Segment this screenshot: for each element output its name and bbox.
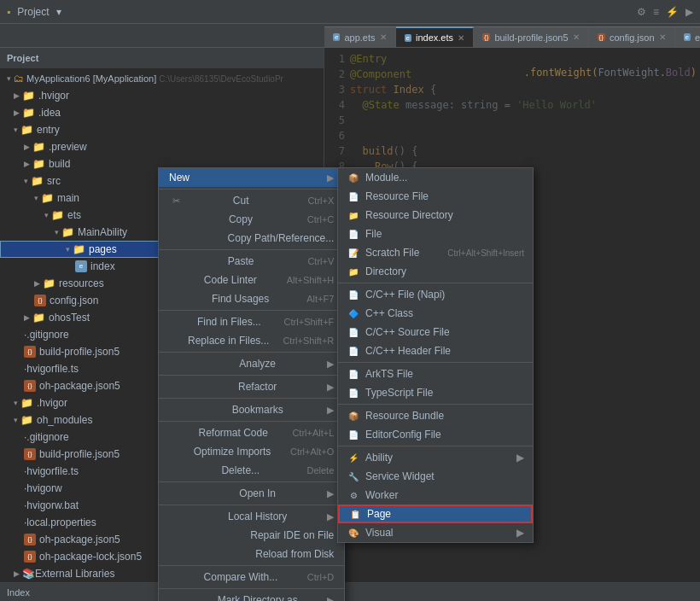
ctx-item-new[interactable]: New ▶ <box>159 168 344 187</box>
sub-item-worker[interactable]: ⚙ Worker <box>338 486 533 505</box>
sub-item-page[interactable]: 📋 Page <box>338 505 533 523</box>
sub-item-directory[interactable]: 📁 Directory <box>338 262 533 281</box>
sub-item-module[interactable]: 📦 Module... <box>338 168 533 187</box>
tab-index-ets[interactable]: e index.ets ✕ <box>396 26 474 47</box>
folder-icon: 📁 <box>32 312 45 324</box>
tree-label: .hvigor <box>38 90 69 102</box>
status-text: Index <box>7 587 30 598</box>
tab-build-profile-close[interactable]: ✕ <box>573 32 580 42</box>
sub-item-file[interactable]: 📄 File <box>338 225 533 243</box>
ctx-item-reformat[interactable]: Reformat Code Ctrl+Alt+L <box>159 423 344 442</box>
tab-index-ets-icon: e <box>405 34 411 42</box>
sub-item-cpp-class[interactable]: 🔷 C++ Class <box>338 304 533 323</box>
ctx-item-mark-dir[interactable]: Mark Directory as ▶ <box>159 591 344 601</box>
code-line-7: build() { <box>350 143 700 159</box>
ctx-item-repair-ide-label: Repair IDE on File <box>250 529 334 541</box>
tab-index-ets-close[interactable]: ✕ <box>458 33 464 43</box>
ctx-item-optimize-imports[interactable]: Optimize Imports Ctrl+Alt+O <box>159 442 344 461</box>
tree-item-preview[interactable]: ▶ 📁 .preview <box>0 138 324 155</box>
sub-item-resource-bundle[interactable]: 📦 Resource Bundle <box>338 406 533 425</box>
ctx-item-find-usages[interactable]: Find Usages Alt+F7 <box>159 289 344 308</box>
cut-icon: ✂ <box>169 195 183 207</box>
sub-item-service-widget-label: Service Widget <box>365 470 435 482</box>
tab-config-json-label: config.json <box>610 32 655 43</box>
ctx-item-repair-ide[interactable]: Repair IDE on File <box>159 526 344 545</box>
chevron-icon: ▾ <box>66 245 70 254</box>
sub-item-module-label: Module... <box>365 172 407 184</box>
sub-item-cpp-source-label: C/C++ Source File <box>365 326 450 338</box>
ctx-item-find-files-label: Find in Files... <box>197 316 261 328</box>
sub-separator-2 <box>338 362 533 363</box>
sub-item-resource-dir[interactable]: 📁 Resource Directory <box>338 206 533 225</box>
sub-item-editorconfig[interactable]: 📄 EditorConfig File <box>338 425 533 444</box>
cpp-napi-icon: 📄 <box>347 289 360 300</box>
project-icon: ▪ <box>7 6 10 18</box>
toolbar-icon-2[interactable]: ≡ <box>653 6 659 18</box>
tree-label: ets <box>67 209 81 221</box>
sub-item-ability[interactable]: ⚡ Ability ▶ <box>338 448 533 467</box>
sub-item-page-label: Page <box>367 508 391 520</box>
ctx-item-code-linter[interactable]: Code Linter Alt+Shift+H <box>159 271 344 289</box>
chevron-icon: ▾ <box>24 177 28 185</box>
sub-item-cpp-header[interactable]: 📄 C/C++ Header File <box>338 341 533 360</box>
tree-item-idea[interactable]: ▶ 📁 .idea <box>0 104 324 121</box>
toolbar-icon-1[interactable]: ⚙ <box>637 6 646 18</box>
tree-label: ohosTest <box>49 312 90 324</box>
sub-item-resource-file[interactable]: 📄 Resource File <box>338 187 533 206</box>
tab-app-ets-close[interactable]: ✕ <box>380 32 387 42</box>
title-bar: ▪ Project ▾ ⚙ ≡ ⚡ ▶ <box>0 0 700 24</box>
shortcut-optimize: Ctrl+Alt+O <box>290 446 334 457</box>
ctx-item-find-usages-label: Find Usages <box>212 293 269 305</box>
sub-separator-1 <box>338 283 533 283</box>
tree-item-entry[interactable]: ▾ 📁 entry <box>0 121 324 138</box>
tree-item-hvigor[interactable]: ▶ 📁 .hvigor <box>0 87 324 104</box>
ctx-item-reload-disk[interactable]: Reload from Disk <box>159 545 344 563</box>
sub-item-typescript-file[interactable]: 📄 TypeScript File <box>338 383 533 402</box>
tab-entry[interactable]: e entr... <box>675 26 700 47</box>
ctx-item-delete[interactable]: Delete... Delete <box>159 461 344 480</box>
tab-config-json-close[interactable]: ✕ <box>659 32 666 42</box>
tree-item-root[interactable]: ▾ 🗂 MyApplication6 [MyApplication] C:\Us… <box>0 70 324 87</box>
tab-app-ets[interactable]: e app.ets ✕ <box>324 26 396 47</box>
ets-file-icon: e <box>75 260 87 272</box>
toolbar-icon-4[interactable]: ▶ <box>685 6 693 18</box>
folder-icon: 📁 <box>51 209 64 221</box>
ctx-item-copy[interactable]: Copy Ctrl+C <box>159 210 344 229</box>
ctx-item-replace-files[interactable]: Replace in Files... Ctrl+Shift+R <box>159 331 344 350</box>
sub-item-scratch-file[interactable]: 📝 Scratch File Ctrl+Alt+Shift+Insert <box>338 243 533 262</box>
module-icon: 📦 <box>347 172 360 184</box>
scratch-file-icon: 📝 <box>347 247 360 259</box>
tab-app-ets-icon: e <box>333 33 340 41</box>
tab-build-profile[interactable]: {} build-profile.json5 ✕ <box>474 26 589 47</box>
ctx-item-analyze[interactable]: Analyze ▶ <box>159 354 344 373</box>
folder-icon: 📁 <box>20 124 33 136</box>
sub-item-visual[interactable]: 🎨 Visual ▶ <box>338 523 533 542</box>
ctx-item-bookmarks[interactable]: Bookmarks ▶ <box>159 400 344 419</box>
ctx-item-refactor[interactable]: Refactor ▶ <box>159 377 344 396</box>
sub-item-service-widget[interactable]: 🔧 Service Widget <box>338 467 533 486</box>
ctx-item-new-label: New <box>169 172 190 184</box>
tab-entry-label: entr... <box>695 32 700 43</box>
ctx-item-copy-path[interactable]: Copy Path/Reference... <box>159 229 344 248</box>
sub-item-resource-file-label: Resource File <box>365 190 429 202</box>
ctx-item-find-files[interactable]: Find in Files... Ctrl+Shift+F <box>159 312 344 331</box>
directory-icon: 📁 <box>347 265 360 277</box>
arrow-icon: ▶ <box>327 511 334 522</box>
toolbar-icon-3[interactable]: ⚡ <box>666 6 679 18</box>
json-file-icon: {} <box>24 448 36 460</box>
ctx-item-cut[interactable]: ✂ Cut Ctrl+X <box>159 191 344 210</box>
ctx-separator-4 <box>159 352 344 353</box>
shortcut-delete: Delete <box>306 465 334 476</box>
ctx-separator-11 <box>159 588 344 589</box>
tab-config-json[interactable]: {} config.json ✕ <box>589 26 675 47</box>
sub-item-cpp-source[interactable]: 📄 C/C++ Source File <box>338 323 533 341</box>
sub-item-arkts-file[interactable]: 📄 ArkTS File <box>338 365 533 383</box>
ctx-item-open-in[interactable]: Open In ▶ <box>159 484 344 503</box>
ctx-item-local-history[interactable]: Local History ▶ <box>159 507 344 526</box>
visual-icon: 🎨 <box>347 527 360 539</box>
title-dropdown[interactable]: ▾ <box>56 6 61 18</box>
ctx-item-compare-with[interactable]: Compare With... Ctrl+D <box>159 568 344 586</box>
ctx-item-paste[interactable]: Paste Ctrl+V <box>159 252 344 271</box>
cpp-source-icon: 📄 <box>347 326 360 338</box>
sub-item-cpp-file-napi[interactable]: 📄 C/C++ File (Napi) <box>338 285 533 304</box>
